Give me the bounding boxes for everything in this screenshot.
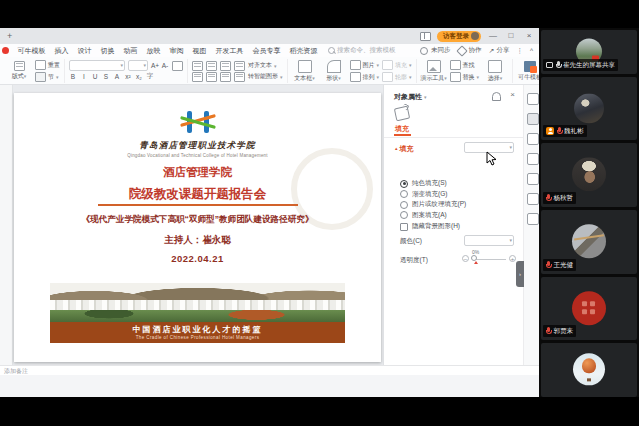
guest-login-badge[interactable]: 访客登录 xyxy=(437,31,481,42)
participant-tile[interactable]: 杨秋哲 xyxy=(541,143,637,207)
timer-tab-icon[interactable] xyxy=(527,173,539,185)
participant-tile[interactable] xyxy=(541,343,637,397)
font-family-select[interactable] xyxy=(69,60,125,71)
mic-on-icon xyxy=(556,61,561,69)
font-style-button[interactable]: A xyxy=(113,73,121,80)
participant-tile[interactable]: 王光健 xyxy=(541,210,637,274)
textbox-button[interactable]: 文本框▾ xyxy=(292,60,318,83)
align-left-icon[interactable] xyxy=(192,72,203,82)
indent-increase-icon[interactable] xyxy=(234,61,245,71)
maximize-button[interactable]: □ xyxy=(505,29,517,43)
arrange-button[interactable]: 排列▾ xyxy=(350,72,380,82)
resources-tab-icon[interactable] xyxy=(527,193,539,205)
fill-option-label: 图案填充(A) xyxy=(412,211,447,220)
menu-tab[interactable]: 可牛模板 xyxy=(13,46,50,56)
transparency-plus-button[interactable]: + xyxy=(509,255,516,262)
bell-icon[interactable] xyxy=(492,92,501,101)
font-style-button[interactable]: S xyxy=(102,73,110,80)
participant-tile[interactable]: 魏礼彬 xyxy=(541,77,637,140)
share-button[interactable]: ↗分享 xyxy=(489,46,510,55)
animation-tab-icon[interactable] xyxy=(527,153,539,165)
arrange-icon xyxy=(350,72,361,82)
indent-decrease-icon[interactable] xyxy=(220,61,231,71)
layout-button[interactable]: 版式▾ xyxy=(6,61,32,81)
fill-option-radio[interactable]: 纯色填充(S) xyxy=(400,179,447,188)
participant-tile[interactable]: 崔先生的屏幕共享 xyxy=(541,30,637,74)
screen-icon xyxy=(546,62,553,68)
select-button[interactable]: 选择▾ xyxy=(482,60,508,83)
slider-track[interactable] xyxy=(472,259,506,260)
effects-tab-icon[interactable] xyxy=(527,93,539,105)
menu-tab[interactable]: 稻壳资源 xyxy=(285,46,322,56)
participant-name: 魏礼彬 xyxy=(564,127,584,136)
menu-tab[interactable]: 审阅 xyxy=(165,46,188,56)
more-menu-button[interactable]: ⋮ xyxy=(516,47,523,55)
font-size-button[interactable]: A- xyxy=(161,62,169,69)
presentation-tools-icon xyxy=(427,60,441,73)
menu-tab[interactable]: 开发工具 xyxy=(211,46,248,56)
presentation-tools-button[interactable]: 演示工具▾ xyxy=(421,60,447,83)
font-style-button[interactable]: x² xyxy=(124,73,132,80)
section-button[interactable]: 节▾ xyxy=(35,72,60,82)
fill-option-radio[interactable]: 渐变填充(G) xyxy=(400,190,447,199)
shapes-button[interactable]: 形状▾ xyxy=(321,60,347,83)
slide-canvas[interactable]: 青岛酒店管理职业技术学院 Qingdao Vocational and Tech… xyxy=(14,93,381,362)
bullet-list-icon[interactable] xyxy=(192,61,203,71)
picture-button[interactable]: 图片▾ xyxy=(350,60,380,70)
menu-tab[interactable]: 会员专享 xyxy=(248,46,285,56)
search-input[interactable]: 搜索命令、搜索模板 xyxy=(328,46,396,55)
font-style-button[interactable]: I xyxy=(80,73,88,80)
fill-option-radio[interactable]: 图案填充(A) xyxy=(400,211,447,220)
menu-tab[interactable]: 切换 xyxy=(96,46,119,56)
transparency-slider[interactable]: − 0% + xyxy=(462,253,516,265)
replace-button[interactable]: 替换▾ xyxy=(450,72,480,82)
menu-tab[interactable]: 视图 xyxy=(188,46,211,56)
participant-avatar xyxy=(574,93,604,123)
panel-collapse-tab[interactable]: › xyxy=(516,261,524,287)
picture-icon xyxy=(350,60,361,70)
color-select[interactable] xyxy=(464,235,514,246)
close-button[interactable]: × xyxy=(523,29,535,43)
properties-tab-icon[interactable] xyxy=(527,113,539,125)
panel-tab-fill[interactable]: 填充 xyxy=(395,124,409,134)
settings-tab-icon[interactable] xyxy=(527,213,539,225)
find-button[interactable]: 查找 xyxy=(450,60,480,70)
minimize-button[interactable]: — xyxy=(487,29,499,43)
hide-background-checkbox[interactable]: 隐藏背景图形(H) xyxy=(400,222,460,231)
collaborate-button[interactable]: 协作 xyxy=(458,46,482,55)
align-right-icon[interactable] xyxy=(220,72,231,82)
convert-smart-graphic-button[interactable]: 转智能图形▾ xyxy=(248,72,283,81)
transparency-minus-button[interactable]: − xyxy=(462,255,469,262)
clear-format-icon[interactable] xyxy=(172,61,183,71)
font-style-button[interactable]: B xyxy=(69,73,77,80)
panel-title[interactable]: 对象属性▾ xyxy=(394,92,427,102)
fill-section-header[interactable]: ▴填充 xyxy=(395,144,414,154)
notes-bar[interactable]: 添加备注 xyxy=(0,365,539,375)
number-list-icon[interactable] xyxy=(206,61,217,71)
new-document-tab-button[interactable]: + xyxy=(7,32,12,41)
fill-option-radio[interactable]: 图片或纹理填充(P) xyxy=(400,200,466,209)
ribbon-group-font: A+A- BIUSAx²x₂字 xyxy=(65,59,188,83)
panel-close-icon[interactable]: × xyxy=(510,90,515,99)
fill-option-label: 纯色填充(S) xyxy=(412,179,447,188)
collapse-ribbon-button[interactable]: ^ xyxy=(530,47,533,54)
font-style-button[interactable]: U xyxy=(91,73,99,80)
align-center-icon[interactable] xyxy=(206,72,217,82)
docer-book-icon[interactable] xyxy=(420,32,431,41)
menu-tab[interactable]: 动画 xyxy=(119,46,142,56)
font-size-button[interactable]: A+ xyxy=(151,62,159,69)
font-style-button[interactable]: 字 xyxy=(146,72,154,81)
sync-status-button[interactable]: 未同步 xyxy=(420,46,451,55)
reset-button[interactable]: 重置 xyxy=(35,60,60,70)
align-text-button[interactable]: 对齐文本▾ xyxy=(248,61,277,70)
menu-tab[interactable]: 插入 xyxy=(50,46,73,56)
participant-tile[interactable]: 郭贾来 xyxy=(541,277,637,340)
font-style-button[interactable]: x₂ xyxy=(135,73,143,80)
beautify-tab-icon[interactable] xyxy=(527,133,539,145)
menu-tab[interactable]: 设计 xyxy=(73,46,96,56)
line-spacing-icon[interactable] xyxy=(234,72,245,82)
menu-tab[interactable]: 放映 xyxy=(142,46,165,56)
slide-thumbnails-pane[interactable] xyxy=(0,85,13,393)
radio-icon xyxy=(400,180,408,188)
font-size-select[interactable] xyxy=(128,60,148,71)
